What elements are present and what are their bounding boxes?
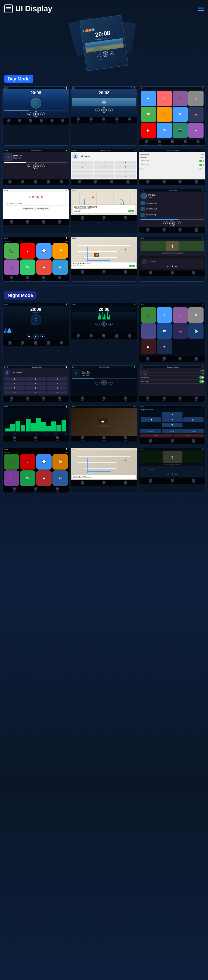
- cp-music[interactable]: ♪: [20, 243, 35, 259]
- arrow-right[interactable]: ►: [183, 417, 203, 422]
- nbb-apps-2[interactable]: ⊞APPS: [115, 334, 119, 339]
- bb-call-11[interactable]: 📞CALL: [102, 270, 106, 274]
- app-youtube[interactable]: ▶: [141, 123, 156, 138]
- auto-answer-toggle[interactable]: [199, 160, 204, 162]
- app-bt[interactable]: B: [173, 107, 188, 122]
- nbb-mail-4[interactable]: ✉MAIL: [10, 396, 13, 401]
- night-music-prev[interactable]: ⏮: [95, 380, 99, 385]
- app-extra[interactable]: ★: [188, 123, 203, 138]
- next-btn[interactable]: ⏭: [110, 51, 115, 56]
- app-music[interactable]: ♪: [157, 91, 172, 106]
- nbb-mail-1[interactable]: ✉MAIL: [8, 341, 11, 345]
- cp-maps[interactable]: 🗺: [52, 243, 68, 259]
- maps-go-btn-2[interactable]: GO: [129, 265, 135, 267]
- ndial-star[interactable]: *: [4, 391, 25, 395]
- cp-waze[interactable]: W: [20, 259, 35, 275]
- app-maps[interactable]: 📍: [157, 107, 172, 122]
- bb-gps-10[interactable]: 🗺GPS: [42, 276, 45, 281]
- night-next-1[interactable]: ⏭: [40, 334, 44, 339]
- ncp-phone[interactable]: 📞: [4, 454, 19, 469]
- social-play[interactable]: ⏸: [169, 221, 175, 226]
- nbb-mail-11[interactable]: ✉MAIL: [81, 481, 84, 485]
- nbb-gps-7[interactable]: 🗺GPS: [56, 436, 59, 441]
- nbb-mail-12[interactable]: ✉MAIL: [149, 479, 152, 483]
- nbb-gps-10[interactable]: 🗺GPS: [56, 487, 59, 492]
- bb-gps[interactable]: 🗺GPS: [29, 119, 32, 124]
- dial-2[interactable]: 2: [94, 161, 114, 165]
- nbb-bt-2[interactable]: BBT: [128, 334, 131, 339]
- dial-4[interactable]: 4: [72, 165, 93, 169]
- np-play[interactable]: ⏸: [171, 265, 173, 268]
- bb-gps-3[interactable]: 🗺GPS: [171, 140, 173, 145]
- nbb-mail-6[interactable]: ✉MAIL: [147, 396, 150, 401]
- nbb-call-3[interactable]: 📞CALL: [162, 357, 165, 361]
- ndial-4[interactable]: 4: [4, 382, 25, 385]
- cp-messages[interactable]: 💬: [36, 243, 52, 259]
- bb-bt-2[interactable]: BBT: [128, 118, 131, 122]
- nbb-apps-4[interactable]: ⊞APPS: [58, 396, 61, 401]
- nbb-gps-6[interactable]: 🗺GPS: [178, 396, 181, 401]
- arrow-up[interactable]: ▲: [162, 412, 182, 417]
- arrow-center[interactable]: ●: [162, 417, 182, 422]
- dial-hash[interactable]: #: [115, 174, 136, 178]
- nbb-mail-3[interactable]: ✉MAIL: [147, 357, 150, 361]
- bb-gps-6[interactable]: 🗺GPS: [178, 180, 181, 185]
- nbb-mail-7[interactable]: ✉MAIL: [13, 436, 16, 441]
- bb-call-2[interactable]: 📞CALL: [89, 118, 93, 122]
- bb-apps-4[interactable]: ⊞APPS: [47, 180, 50, 185]
- night-music-play[interactable]: ⏸: [101, 380, 107, 385]
- night-np-play[interactable]: ⏸: [171, 473, 173, 476]
- dial-6[interactable]: 6: [115, 165, 136, 169]
- ncp-settings[interactable]: ⚙: [52, 471, 68, 486]
- app-radio[interactable]: 📡: [157, 123, 172, 138]
- night-play-2[interactable]: ⏸: [101, 321, 107, 327]
- night-app-settings[interactable]: ⚙: [188, 307, 203, 323]
- nbb-call-5[interactable]: 📞CALL: [102, 396, 106, 401]
- prev-day1[interactable]: ⏮: [27, 112, 32, 116]
- night-app-youtube[interactable]: ▶: [141, 339, 156, 355]
- nbb-mail-9[interactable]: ✉MAIL: [149, 439, 152, 443]
- bb-call-5[interactable]: 📞CALL: [94, 180, 98, 185]
- music-play-day[interactable]: ⏸: [33, 164, 39, 169]
- app-waze[interactable]: 🗺: [141, 107, 156, 122]
- night-app-maps[interactable]: 🗺: [157, 323, 172, 339]
- song-2[interactable]: 🎵 华乐_0114E.mp3: [140, 206, 204, 212]
- arrow-left[interactable]: ◄: [141, 417, 161, 422]
- night-auto-answer-toggle[interactable]: [199, 376, 204, 379]
- nbb-mail-10[interactable]: ✉MAIL: [13, 487, 16, 492]
- nbb-call-11[interactable]: 📞CALL: [102, 481, 106, 485]
- app-settings[interactable]: ⚙: [188, 91, 203, 106]
- ndial-1[interactable]: 1: [4, 377, 25, 381]
- menu-icon[interactable]: [4, 5, 13, 13]
- google-lucky-btn[interactable]: I'm Feeling Lucky: [35, 207, 50, 210]
- app-camera[interactable]: 📷: [173, 123, 188, 138]
- nbb-gps-3[interactable]: 🗺GPS: [178, 357, 181, 361]
- bb-mail[interactable]: ✉MAIL: [8, 119, 10, 124]
- nbb-gps-12[interactable]: 🗺GPS: [192, 479, 195, 483]
- social-prev[interactable]: ⏮: [164, 221, 168, 226]
- night-app-telegram[interactable]: ✈: [157, 307, 172, 323]
- nav-icon[interactable]: [198, 7, 204, 11]
- night-auto-connect-toggle[interactable]: [199, 380, 204, 383]
- bb-mail-9[interactable]: ✉MAIL: [147, 228, 150, 232]
- ndial-2[interactable]: 2: [25, 377, 46, 381]
- nbb-gps-9[interactable]: 🗺GPS: [192, 439, 195, 443]
- social-next[interactable]: ⏭: [176, 221, 181, 226]
- bb-call-8[interactable]: 📞CALL: [102, 216, 106, 220]
- night-next-2[interactable]: ⏭: [109, 322, 113, 326]
- nbb-call-12[interactable]: 📞CALL: [171, 479, 174, 483]
- bb-mail-2[interactable]: ✉MAIL: [77, 118, 80, 122]
- bb-gps-11[interactable]: 🗺GPS: [124, 270, 127, 274]
- bb-bt[interactable]: BBT: [50, 119, 54, 124]
- bb-gps-9[interactable]: 🗺GPS: [178, 228, 181, 232]
- nbb-gps-11[interactable]: 🗺GPS: [124, 481, 127, 485]
- nbb-mail-5[interactable]: ✉MAIL: [81, 396, 84, 401]
- song-3[interactable]: 🎵 华乐_0113E.mp3: [140, 212, 204, 218]
- bb-apps-6[interactable]: ⊞APPS: [194, 180, 198, 185]
- nbb-gps-8[interactable]: 🗺GPS: [124, 436, 127, 441]
- ndial-0[interactable]: 0: [25, 391, 46, 395]
- app-telegram[interactable]: ✈: [141, 91, 156, 106]
- night-play-1[interactable]: ⏸: [33, 334, 39, 339]
- app-carplay[interactable]: 🚗: [188, 107, 203, 122]
- next-day1[interactable]: ⏭: [40, 112, 44, 116]
